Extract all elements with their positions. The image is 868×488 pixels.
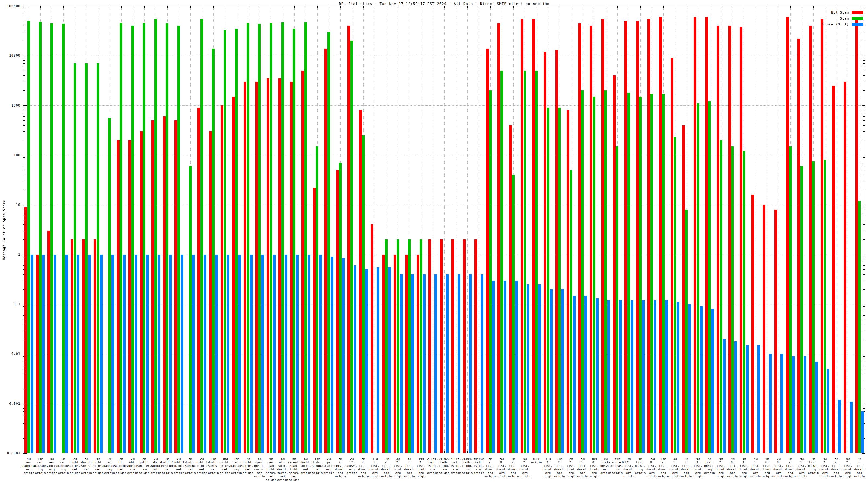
y-tick-label: 10 [0,203,20,206]
x-tick-label-line: dnswl. [843,468,868,471]
legend-label: Score (0..1) [781,23,849,26]
y-tick-label: 10000 [0,54,20,58]
x-tick-label-line: 9@ [843,457,868,461]
x-tick-label-line: origin [278,478,311,482]
x-tick-label: 9@2.list.dnswl.orgorigin [843,457,868,478]
y-tick-major-right [862,453,865,454]
legend-label: Spam [781,17,849,20]
y-tick-label: 100000 [0,4,20,8]
x-tick-label-line: list. [843,464,868,468]
x-tick-label-line: net [278,475,311,478]
y-tick-label: 1 [0,253,20,257]
legend-label: Not Spam [781,10,849,14]
y-tick-label: 0.1 [0,302,20,306]
x-tick-label-line: 2. [843,461,868,464]
x-tick-label-line: origin [843,475,868,478]
legend-swatch [852,17,863,20]
chart-title: RBL Statistics - Tue Nov 17 12:58:17 EST… [23,2,865,6]
x-tick-label-line: origin [578,475,610,478]
y-tick-label: 0.001 [0,402,20,405]
rbl-statistics-chart: RBL Statistics - Tue Nov 17 12:58:17 EST… [0,0,868,488]
y-tick-label: 1000 [0,104,20,107]
y-tick-major-left [23,453,27,454]
x-tick-label-line: org [843,471,868,475]
y-axis-label: Message Count or Spam Score [2,185,6,274]
legend-swatch [852,11,863,14]
y-tick-label: 0.0001 [0,451,20,455]
x-tick-label-line: origin [405,475,437,478]
y-tick-label: 0.01 [0,352,20,356]
y-tick-label: 100 [0,153,20,157]
legend-swatch [852,23,863,26]
plot-border [23,6,865,453]
